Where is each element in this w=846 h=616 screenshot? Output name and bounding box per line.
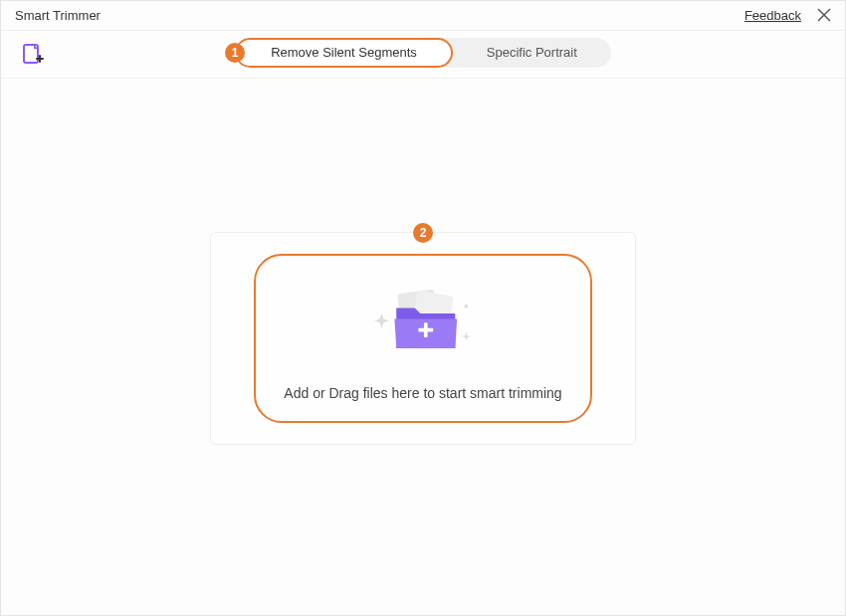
feedback-link[interactable]: Feedback [744,8,801,23]
step-badge-2: 2 [413,223,433,243]
drop-card: 2 [210,232,636,445]
drop-zone-text: Add or Drag files here to start smart tr… [284,385,561,401]
step-badge-1: 1 [225,43,245,63]
tab-specific-portrait[interactable]: Specific Portrait [453,38,611,68]
smart-trimmer-window: Smart Trimmer Feedback 1 Remove Sile [0,0,846,616]
main-content: 2 [1,79,845,615]
folder-plus-icon [363,286,483,363]
toolbar: 1 Remove Silent Segments Specific Portra… [1,31,845,79]
svg-point-7 [465,305,469,308]
mode-tabs: Remove Silent Segments Specific Portrait [235,38,611,68]
file-drop-zone[interactable]: Add or Drag files here to start smart tr… [254,254,592,423]
tab-remove-silent[interactable]: Remove Silent Segments [235,38,453,68]
svg-rect-9 [424,322,428,337]
titlebar: Smart Trimmer Feedback [1,1,845,31]
add-file-icon[interactable] [21,43,45,67]
titlebar-actions: Feedback [744,7,833,25]
window-title: Smart Trimmer [15,8,101,23]
tabs-container: 1 Remove Silent Segments Specific Portra… [235,38,611,68]
svg-rect-4 [39,55,41,63]
close-icon[interactable] [815,7,833,25]
